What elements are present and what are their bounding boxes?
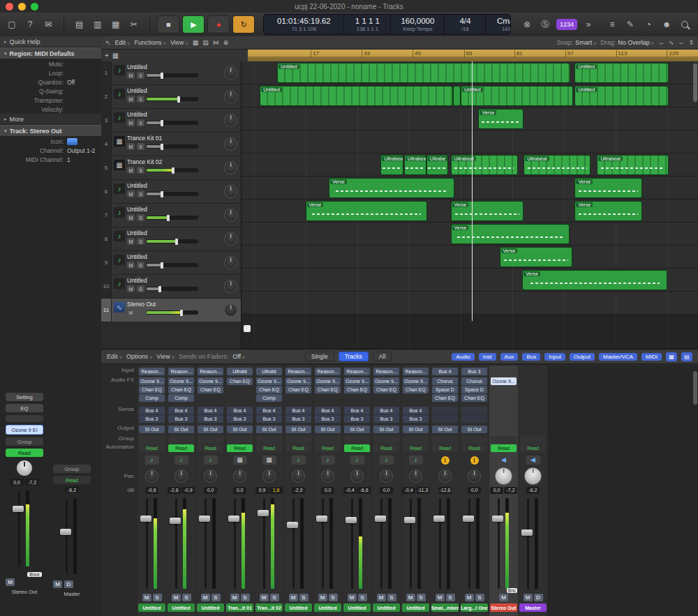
fader-cap[interactable] xyxy=(140,516,151,522)
volume-fader[interactable] xyxy=(372,495,401,592)
track-icon[interactable] xyxy=(114,136,125,147)
mixer-channel-strip[interactable]: Reason... Ozone 9...Chan EQ Bus 4Bus 3 S… xyxy=(401,366,430,616)
fader-cap[interactable] xyxy=(13,506,24,512)
mute-solo-button[interactable]: M xyxy=(142,594,151,601)
bounce-button[interactable]: Bnc xyxy=(507,588,517,593)
tracks-menu[interactable]: Edit xyxy=(115,39,131,46)
track-name[interactable]: Untitled xyxy=(127,230,224,236)
add-track-button[interactable]: + xyxy=(105,52,109,59)
send-slot[interactable]: Bus 3 xyxy=(344,415,370,423)
send-slot[interactable]: Bus 4 xyxy=(315,407,341,414)
track-pan-knob[interactable] xyxy=(224,90,237,103)
group-slot[interactable] xyxy=(139,436,165,444)
midi-region[interactable]: Verse xyxy=(306,201,428,221)
track-name[interactable]: Untitled xyxy=(127,277,224,284)
pan-knob[interactable] xyxy=(495,467,512,485)
mixer-channel-strip[interactable]: Reason... Ozone 9...Chan EQ Bus 4Bus 3 S… xyxy=(313,366,342,616)
channel-setting-button[interactable]: Setting xyxy=(6,393,43,401)
mixer-menu[interactable]: View xyxy=(156,353,174,360)
zoom-h-slider-icon[interactable]: ⇔ xyxy=(678,39,684,46)
mixer-channel-strip[interactable]: Reason... Ozone 9...Chan EQ Bus 4Bus 3 S… xyxy=(343,366,371,616)
audio-fx-slot[interactable]: Ozone 9... xyxy=(403,377,429,385)
mute-solo-button[interactable]: M xyxy=(465,594,474,601)
audio-fx-slot[interactable]: Space D xyxy=(432,386,458,393)
volume-fader[interactable] xyxy=(460,495,489,592)
region-parameter-row[interactable]: Velocity: xyxy=(0,105,101,114)
mute-solo-button[interactable]: M xyxy=(172,594,181,601)
volume-fader[interactable] xyxy=(519,495,547,592)
mute-solo-button[interactable]: S xyxy=(182,594,191,601)
input-slot[interactable]: Ultrabt xyxy=(227,368,253,375)
gain-db[interactable]: 0,0 xyxy=(204,487,217,494)
channel-name[interactable]: Smal...mber xyxy=(431,603,459,612)
track-name[interactable]: Untitled xyxy=(127,182,224,189)
track-number[interactable]: 7 xyxy=(101,204,112,227)
dim-button[interactable]: D xyxy=(64,580,73,588)
smart-controls-icon[interactable]: ▥ xyxy=(89,17,106,32)
pan-knob[interactable] xyxy=(409,469,422,483)
track-volume-slider[interactable] xyxy=(147,144,198,149)
mute-solo-button[interactable]: M xyxy=(436,594,445,601)
mixer-channel-strip[interactable]: Bus 4 ChorusSpace DChan EQ St Out Read -… xyxy=(431,366,459,616)
mute-solo-button[interactable]: S xyxy=(417,594,426,601)
gain-db[interactable]: -0,4 xyxy=(402,487,415,494)
channel-name[interactable]: Master xyxy=(53,591,91,597)
track-number[interactable]: 4 xyxy=(101,133,112,156)
audio-fx-slot[interactable]: Comp xyxy=(139,394,165,402)
gain-db[interactable]: -0,4 xyxy=(343,487,357,494)
mute-solo-button[interactable]: S xyxy=(211,594,221,601)
audio-fx-slot[interactable]: Ozone 9... xyxy=(285,377,311,385)
audio-fx-slot[interactable]: Chan EQ xyxy=(403,386,429,393)
input-slot[interactable]: Ultrabt xyxy=(256,368,282,375)
minimize-window-button[interactable] xyxy=(18,3,26,10)
mute-solo-button[interactable]: M xyxy=(230,594,239,601)
midi-region[interactable]: Untitled xyxy=(461,86,573,106)
solo-mode-icon[interactable]: Ⓢ xyxy=(537,17,554,32)
sends-on-faders-select[interactable]: Off xyxy=(232,353,245,360)
pan-knob[interactable] xyxy=(524,467,542,485)
zoom-window-button[interactable] xyxy=(31,3,38,10)
region-parameter-row[interactable]: Transpose: xyxy=(0,96,101,105)
track-number[interactable]: 9 xyxy=(101,251,112,274)
mute-solo-button[interactable]: S xyxy=(446,594,455,601)
audio-fx-slot[interactable]: Ozone 9... xyxy=(256,377,282,385)
automation-slot[interactable]: Read xyxy=(491,444,517,452)
output-slot[interactable]: St Out xyxy=(285,426,311,433)
channel-name[interactable]: Untitled xyxy=(138,603,165,612)
input-slot[interactable]: Reason... xyxy=(315,368,341,375)
volume-fader[interactable] xyxy=(343,495,371,592)
waveform-zoom-icon[interactable]: ∿ xyxy=(669,39,674,46)
automation-slot[interactable]: Read xyxy=(256,444,282,452)
pan-knob[interactable] xyxy=(438,469,452,483)
track-parameter-row[interactable]: Channel: Output 1-2 xyxy=(0,146,101,155)
gain-db[interactable]: 0,0 xyxy=(321,487,334,494)
audio-fx-slot[interactable]: Ozone 9... xyxy=(315,377,341,385)
mixer-channel-strip[interactable]: Reason... Ozone 9...Chan EQ Bus 4Bus 3 S… xyxy=(284,366,313,616)
mixer-filter-button[interactable]: Input xyxy=(544,353,565,361)
h-zoom-icon[interactable]: ↔ xyxy=(658,39,664,46)
track-mute-button[interactable]: M xyxy=(127,190,135,197)
track-number[interactable]: 10 xyxy=(101,275,112,298)
channel-name[interactable]: Untitled xyxy=(402,603,429,612)
fader-cap[interactable] xyxy=(463,516,474,522)
mixer-filter-button[interactable]: Bus xyxy=(522,353,540,361)
midi-region[interactable]: Verse xyxy=(451,201,524,221)
group-slot[interactable] xyxy=(344,436,370,444)
list-editors-icon[interactable]: ≡ xyxy=(604,17,621,32)
group-slot[interactable] xyxy=(432,436,458,444)
track-mute-button[interactable]: M xyxy=(127,262,135,269)
audio-fx-slot[interactable]: Ozone 9... xyxy=(373,377,399,385)
track-name[interactable]: Untitled xyxy=(127,253,224,260)
mixer-filter-button[interactable]: Audio xyxy=(452,353,474,361)
send-slot[interactable]: Bus 3 xyxy=(168,415,194,423)
audio-fx-slot[interactable]: Chan EQ xyxy=(373,386,399,393)
pan-knob[interactable] xyxy=(145,469,158,483)
track-pan-knob[interactable] xyxy=(224,232,237,246)
track-icon[interactable] xyxy=(114,65,125,75)
toolbar-overflow-icon[interactable]: » xyxy=(580,17,597,32)
audio-fx-slot[interactable]: Chan EQ xyxy=(198,386,223,393)
automation-slot[interactable]: Read xyxy=(403,444,429,452)
audio-fx-slot[interactable]: Ozone 9... xyxy=(198,377,223,385)
track-pan-knob[interactable] xyxy=(224,161,237,174)
automation-slot[interactable]: Read xyxy=(139,444,165,452)
